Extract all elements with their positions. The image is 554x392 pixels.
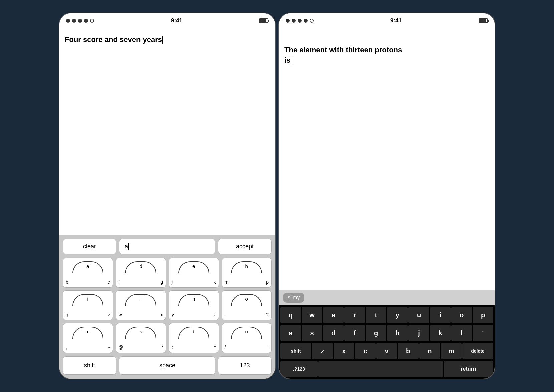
dk-apos[interactable]: ' bbox=[473, 325, 493, 341]
key-nyz[interactable]: n y z bbox=[169, 290, 219, 320]
keyboard-input-box[interactable]: a bbox=[119, 239, 215, 254]
dot-1 bbox=[66, 19, 70, 23]
key-arc-t: t bbox=[178, 327, 209, 339]
dk-n[interactable]: n bbox=[419, 343, 440, 359]
dk-b[interactable]: b bbox=[398, 343, 419, 359]
key-arc-h: h bbox=[231, 261, 262, 273]
cursor-input bbox=[128, 243, 129, 250]
dk-v[interactable]: v bbox=[376, 343, 397, 359]
key-excl: ! bbox=[267, 345, 269, 350]
dot-r3 bbox=[298, 19, 302, 23]
dk-return[interactable]: return bbox=[444, 361, 493, 377]
key-arc-n: n bbox=[178, 294, 209, 306]
key-top-r: r bbox=[87, 329, 89, 334]
dk-l[interactable]: l bbox=[451, 325, 472, 341]
dot-3 bbox=[78, 19, 82, 23]
dk-shift[interactable]: shift bbox=[280, 343, 311, 359]
battery-right bbox=[479, 18, 488, 23]
key-rcomma[interactable]: r , - bbox=[63, 323, 113, 353]
accept-button[interactable]: accept bbox=[218, 239, 272, 254]
dk-o[interactable]: o bbox=[451, 307, 472, 323]
key-z: z bbox=[214, 312, 216, 317]
dk-t[interactable]: t bbox=[366, 307, 386, 323]
key-bottom-qv: q v bbox=[66, 312, 110, 317]
key-dfg[interactable]: d f g bbox=[116, 258, 166, 288]
dk-x[interactable]: x bbox=[334, 343, 354, 359]
key-odotq[interactable]: o . ? bbox=[222, 290, 272, 320]
dk-m[interactable]: m bbox=[441, 343, 462, 359]
key-arc-a: a bbox=[72, 261, 103, 273]
dk-a[interactable]: a bbox=[280, 325, 301, 341]
dk-e[interactable]: e bbox=[323, 307, 344, 323]
status-bar-left: 9:41 bbox=[59, 13, 275, 28]
dk-num[interactable]: .?123 bbox=[280, 361, 318, 377]
dk-s[interactable]: s bbox=[302, 325, 322, 341]
signal-dots-right bbox=[286, 19, 314, 23]
key-abc[interactable]: a b c bbox=[63, 258, 113, 288]
text-content-right: The element with thirteen protons is bbox=[284, 46, 402, 64]
key-arc-u: u bbox=[231, 327, 262, 339]
clear-button[interactable]: clear bbox=[63, 239, 116, 254]
bottom-row-left: shift space 123 bbox=[63, 356, 272, 375]
key-bottom-yz: y z bbox=[172, 312, 216, 317]
dk-z[interactable]: z bbox=[312, 343, 333, 359]
key-arc-i: i bbox=[72, 294, 103, 306]
dk-row-4: .?123 return bbox=[279, 359, 495, 379]
dk-q[interactable]: q bbox=[280, 307, 301, 323]
key-iqv[interactable]: i q v bbox=[63, 290, 113, 320]
key-arc-l: l bbox=[125, 294, 156, 306]
dk-h[interactable]: h bbox=[387, 325, 408, 341]
key-arc-o: o bbox=[231, 294, 262, 306]
dk-row-2: a s d f g h j k l ' bbox=[279, 323, 495, 341]
key-lwx[interactable]: l w x bbox=[116, 290, 166, 320]
dk-d[interactable]: d bbox=[323, 325, 344, 341]
key-k: k bbox=[214, 279, 216, 285]
key-sat[interactable]: s @ ' bbox=[116, 323, 166, 353]
key-top-e: e bbox=[192, 263, 195, 269]
dk-delete[interactable]: delete bbox=[462, 343, 493, 359]
key-dot: . bbox=[225, 312, 226, 317]
dk-f[interactable]: f bbox=[344, 325, 365, 341]
dk-y[interactable]: y bbox=[387, 307, 408, 323]
num-button-left[interactable]: 123 bbox=[218, 356, 272, 375]
key-tcolon[interactable]: t : " bbox=[169, 323, 219, 353]
dot-2 bbox=[72, 19, 76, 23]
key-v: v bbox=[108, 312, 110, 317]
dk-w[interactable]: w bbox=[302, 307, 322, 323]
space-button-left[interactable]: space bbox=[119, 356, 215, 375]
dk-r[interactable]: r bbox=[344, 307, 365, 323]
key-bottom-fg: f g bbox=[119, 279, 163, 285]
key-j: j bbox=[172, 279, 173, 285]
dk-c[interactable]: c bbox=[355, 343, 376, 359]
key-at: @ bbox=[119, 345, 123, 350]
key-w: w bbox=[119, 312, 122, 317]
shift-button-left[interactable]: shift bbox=[63, 356, 116, 375]
key-bottom-wx: w x bbox=[119, 312, 163, 317]
dk-i[interactable]: i bbox=[430, 307, 451, 323]
dk-space[interactable] bbox=[318, 361, 443, 377]
key-c: c bbox=[108, 279, 110, 285]
key-bottom-jk: j k bbox=[172, 279, 216, 285]
key-x: x bbox=[161, 312, 163, 317]
dk-g[interactable]: g bbox=[366, 325, 386, 341]
status-time-right: 9:41 bbox=[390, 17, 402, 24]
top-row-left: clear a accept bbox=[63, 239, 272, 254]
dk-k[interactable]: k bbox=[430, 325, 451, 341]
key-y: y bbox=[172, 312, 174, 317]
key-arc-e: e bbox=[178, 261, 209, 273]
dk-p[interactable]: p bbox=[473, 307, 493, 323]
battery-fill-right bbox=[479, 19, 486, 22]
keys-grid-left: a b c d f g e bbox=[63, 258, 272, 353]
key-arc-s: s bbox=[125, 327, 156, 339]
text-area-left[interactable]: Four score and seven years bbox=[59, 28, 275, 235]
text-area-right[interactable]: The element with thirteen protons is bbox=[279, 28, 495, 290]
dot-r5 bbox=[310, 19, 314, 23]
dk-j[interactable]: j bbox=[408, 325, 429, 341]
key-uslash[interactable]: u / ! bbox=[222, 323, 272, 353]
key-ejk[interactable]: e j k bbox=[169, 258, 219, 288]
autocorrect-chip[interactable]: slimy bbox=[283, 293, 304, 303]
key-b: b bbox=[66, 279, 68, 285]
key-hmp[interactable]: h m p bbox=[222, 258, 272, 288]
key-slash: / bbox=[225, 345, 226, 350]
dk-u[interactable]: u bbox=[408, 307, 429, 323]
